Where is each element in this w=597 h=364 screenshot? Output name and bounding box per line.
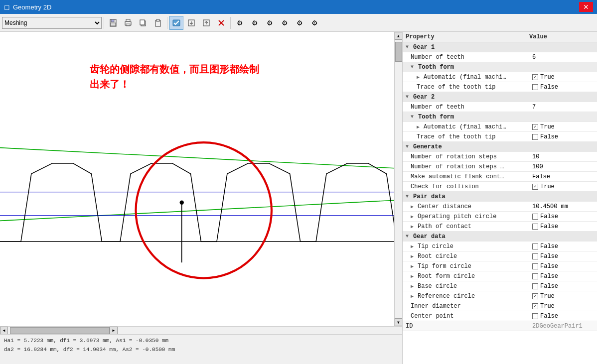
gear1-expand-icon[interactable]: ▼ [406, 44, 412, 50]
collision-checkbox[interactable]: ✓ [532, 184, 538, 190]
op-pitch-expand[interactable]: ▶ [411, 214, 417, 220]
pair-data-expand[interactable]: ▼ [406, 194, 412, 199]
center-dist-row[interactable]: ▶ Center distance 10.4500 mm [403, 202, 597, 212]
copy-button[interactable] [136, 16, 150, 30]
generate-expand[interactable]: ▼ [406, 144, 412, 149]
ref-circle-checkbox[interactable]: ✓ [532, 293, 538, 299]
toothform2-header[interactable]: ▼ Tooth form [403, 112, 597, 122]
gear2-section-header[interactable]: ▼ Gear 2 [403, 92, 597, 102]
auto-flank-row[interactable]: Make automatic flank cont… False [403, 172, 597, 182]
export1-button[interactable] [184, 16, 198, 30]
center-dist-expand[interactable]: ▶ [411, 204, 417, 210]
export2-button[interactable] [199, 16, 213, 30]
tip-circle-expand[interactable]: ▶ [411, 243, 417, 249]
vertical-scrollbar[interactable]: ▲ ▼ [394, 32, 402, 326]
base-circle-expand[interactable]: ▶ [411, 283, 417, 289]
root-form-circle-row[interactable]: ▶ Root form circle False [403, 271, 597, 281]
op-pitch-label: ▶ Operating pitch circle [403, 213, 532, 220]
mode-dropdown[interactable]: Meshing [2, 17, 102, 29]
rot-steps1-value: 10 [532, 153, 597, 160]
root-circle-expand[interactable]: ▶ [411, 253, 417, 259]
hscroll-thumb[interactable] [10, 327, 110, 334]
trace1-text: False [540, 84, 558, 91]
toothform1-expand[interactable]: ▼ [411, 64, 417, 70]
rot-steps2-row[interactable]: Number of rotation steps … 100 [403, 162, 597, 172]
export1-icon [187, 19, 195, 27]
ref-circle-row[interactable]: ▶ Reference circle ✓ True [403, 291, 597, 301]
trace2-row[interactable]: Trace of the tooth tip False [403, 132, 597, 142]
save-button[interactable] [106, 16, 120, 30]
gear-btn-1[interactable]: ⚙ [233, 16, 247, 30]
tip-circle-row[interactable]: ▶ Tip circle False [403, 242, 597, 251]
automatic2-checkbox[interactable]: ✓ [532, 124, 538, 130]
scroll-up-button[interactable]: ▲ [395, 32, 403, 40]
generate-section-header[interactable]: ▼ Generate [403, 142, 597, 152]
id-row: ID 2DGeoGearPair1 [403, 321, 597, 331]
center-point-row[interactable]: Center point False [403, 311, 597, 321]
trace1-checkbox[interactable] [532, 84, 538, 90]
base-circle-row[interactable]: ▶ Base circle False [403, 281, 597, 291]
center-point-checkbox-cell: False [532, 313, 558, 320]
base-circle-checkbox[interactable] [532, 283, 538, 289]
print-button[interactable] [121, 16, 135, 30]
trace1-row[interactable]: Trace of the tooth tip False [403, 82, 597, 92]
automatic2-value: ✓ True [532, 123, 597, 130]
canvas-viewport[interactable]: 齿轮的侧隙都有数值，而且图形都绘制 出来了！ ▲ ▼ [0, 32, 402, 326]
rot-steps1-row[interactable]: Number of rotation steps 10 [403, 152, 597, 162]
canvas-area: 齿轮的侧隙都有数值，而且图形都绘制 出来了！ ▲ ▼ ◀ ▶ Ha1 = 5.7… [0, 32, 403, 364]
scroll-left-button[interactable]: ◀ [0, 327, 8, 335]
gear1-section-header[interactable]: ▼ Gear 1 [403, 42, 597, 52]
teeth1-row[interactable]: Number of teeth 6 [403, 52, 597, 62]
automatic2-row[interactable]: ▶ Automatic (final machi… ✓ True [403, 122, 597, 132]
path-contact-expand[interactable]: ▶ [411, 224, 417, 230]
close-button[interactable]: ✕ [579, 2, 593, 12]
gear2-expand-icon[interactable]: ▼ [406, 94, 412, 100]
gear-data-expand[interactable]: ▼ [406, 234, 412, 239]
inner-diameter-label: Inner diameter [403, 303, 532, 310]
gear-data-header[interactable]: ▼ Gear data [403, 232, 597, 242]
active-button[interactable] [169, 16, 183, 30]
tip-form-circle-expand[interactable]: ▶ [411, 263, 417, 269]
root-circle-checkbox[interactable] [532, 253, 538, 259]
gear-btn-2[interactable]: ⚙ [248, 16, 262, 30]
path-contact-checkbox[interactable] [532, 224, 538, 230]
root-circle-row[interactable]: ▶ Root circle False [403, 251, 597, 261]
op-pitch-row[interactable]: ▶ Operating pitch circle False [403, 212, 597, 222]
gear-btn-6[interactable]: ⚙ [307, 16, 321, 30]
tip-form-circle-row[interactable]: ▶ Tip form circle False [403, 261, 597, 271]
collision-checkbox-cell: ✓ True [532, 183, 555, 190]
title-bar: ◻ Geometry 2D ✕ [0, 0, 597, 14]
collision-row[interactable]: Check for collision ✓ True [403, 182, 597, 192]
horizontal-scrollbar[interactable]: ◀ ▶ [0, 326, 402, 334]
path-contact-row[interactable]: ▶ Path of contact False [403, 222, 597, 232]
scroll-right-button[interactable]: ▶ [110, 327, 118, 335]
tip-form-circle-checkbox-cell: False [532, 263, 558, 270]
pair-data-header[interactable]: ▼ Pair data [403, 192, 597, 202]
inner-diameter-checkbox[interactable]: ✓ [532, 303, 538, 309]
trace2-value: False [532, 133, 597, 140]
gear-btn-3[interactable]: ⚙ [263, 16, 277, 30]
root-form-circle-checkbox[interactable] [532, 273, 538, 279]
scroll-down-button[interactable]: ▼ [395, 318, 403, 326]
toothform1-header[interactable]: ▼ Tooth form [403, 62, 597, 72]
ref-circle-expand[interactable]: ▶ [411, 293, 417, 299]
automatic1-checkbox[interactable]: ✓ [532, 74, 538, 80]
trace1-checkbox-cell: False [532, 84, 558, 91]
center-point-checkbox[interactable] [532, 313, 538, 319]
automatic1-expand[interactable]: ▶ [417, 74, 423, 80]
toothform2-expand[interactable]: ▼ [411, 114, 417, 120]
root-form-circle-expand[interactable]: ▶ [411, 273, 417, 279]
paste-button[interactable] [151, 16, 165, 30]
scroll-thumb[interactable] [395, 42, 402, 62]
tip-form-circle-checkbox[interactable] [532, 263, 538, 269]
inner-diameter-row[interactable]: Inner diameter ✓ True [403, 301, 597, 311]
trace2-checkbox[interactable] [532, 134, 538, 140]
op-pitch-checkbox[interactable] [532, 214, 538, 220]
gear-btn-4[interactable]: ⚙ [278, 16, 292, 30]
automatic1-row[interactable]: ▶ Automatic (final machi… ✓ True [403, 72, 597, 82]
delete-button[interactable] [214, 16, 228, 30]
automatic2-expand[interactable]: ▶ [417, 124, 423, 130]
teeth2-row[interactable]: Number of teeth 7 [403, 102, 597, 112]
tip-circle-checkbox[interactable] [532, 243, 538, 249]
gear-btn-5[interactable]: ⚙ [293, 16, 306, 30]
